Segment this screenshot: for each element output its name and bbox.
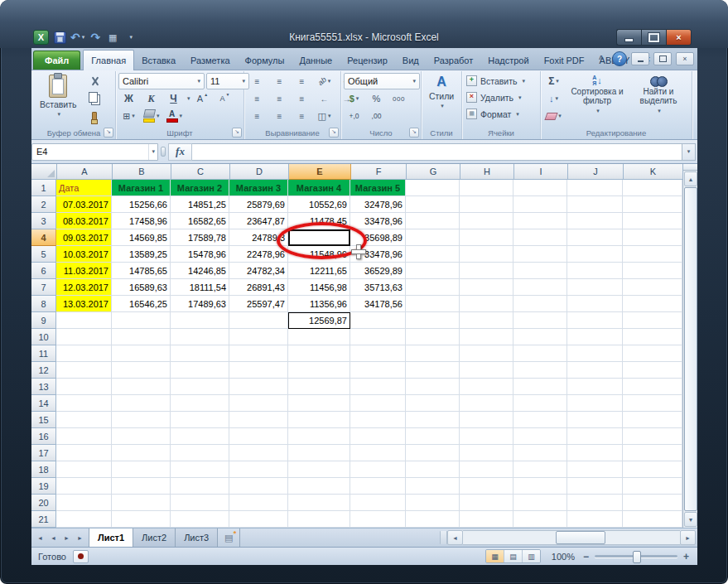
cell-A7[interactable]: 12.03.2017 [56,279,112,296]
cell-F2[interactable]: 32478,96 [350,196,406,213]
cell-F16[interactable] [350,428,406,445]
ribbon-tab-Главная[interactable]: Главная [83,50,134,70]
group-label-font[interactable]: Шрифт [116,128,243,139]
alignment-dialog-launcher[interactable]: ↘ [329,128,339,138]
cell-I12[interactable] [513,362,567,379]
cell-F10[interactable] [350,329,406,345]
cell-C13[interactable] [171,379,229,395]
cell-E1[interactable]: Магазин 4 [288,180,350,196]
justify-button-3[interactable]: ≡ [292,108,312,124]
cell-B18[interactable] [112,461,171,478]
view-page-break-button[interactable]: ▥ [523,550,540,562]
cell-G17[interactable] [406,445,460,461]
group-label-clipboard[interactable]: Буфер обмена [32,128,115,139]
row-header-10[interactable]: 10 [31,329,56,345]
save-button[interactable] [53,31,66,44]
cell-G5[interactable] [406,246,460,263]
cell-K11[interactable] [623,345,682,362]
cell-J4[interactable] [567,229,623,246]
cell-K15[interactable] [623,412,682,428]
zoom-track[interactable] [595,555,677,557]
cell-D5[interactable]: 22478,96 [229,246,288,263]
row-header-11[interactable]: 11 [31,345,56,362]
redo-button[interactable]: ↷ [89,31,102,44]
cell-E14[interactable] [288,395,350,412]
last-sheet-button[interactable]: ► [74,532,86,544]
cell-B13[interactable] [112,379,171,395]
row-header-2[interactable]: 2 [31,196,56,213]
cell-B9[interactable] [112,312,171,329]
formula-input[interactable] [192,143,682,161]
cell-A15[interactable] [56,412,112,428]
row-header-3[interactable]: 3 [31,213,56,229]
cell-D6[interactable]: 24782,34 [229,263,288,279]
cell-C6[interactable]: 14246,85 [171,263,229,279]
cell-B10[interactable] [112,329,171,345]
cell-K14[interactable] [623,395,682,412]
orientation-button[interactable]: ab [314,73,335,89]
cell-H8[interactable] [460,296,513,312]
row-header-12[interactable]: 12 [31,362,56,379]
cell-G1[interactable] [406,180,460,196]
cell-E16[interactable] [288,428,350,445]
decrease-indent-button[interactable]: ← [314,90,335,107]
decrease-decimal-button[interactable]: ,00 [366,108,387,124]
cell-C7[interactable]: 18111,54 [171,279,229,296]
cell-J19[interactable] [567,478,623,495]
cell-D12[interactable] [229,362,288,379]
cell-G11[interactable] [406,345,460,362]
row-header-20[interactable]: 20 [31,495,56,511]
cell-J10[interactable] [567,329,623,345]
zoom-level-label[interactable]: 100% [547,552,575,562]
cell-G14[interactable] [406,395,460,412]
cell-J8[interactable] [567,296,623,312]
autosum-button[interactable]: Σ [543,73,564,89]
cell-I3[interactable] [513,213,567,229]
restore-button[interactable] [641,29,666,46]
cell-I21[interactable] [513,511,567,528]
cell-F18[interactable] [350,461,406,478]
qat-customize-button[interactable] [123,31,137,44]
cell-J1[interactable] [567,180,623,196]
cell-B20[interactable] [112,495,171,511]
cell-G8[interactable] [406,296,460,312]
cell-H20[interactable] [460,495,513,511]
cell-J7[interactable] [567,279,623,296]
cell-C9[interactable] [171,312,229,329]
delete-cells-button[interactable]: Удалить [465,89,523,105]
vertical-scroll-thumb[interactable] [684,187,697,511]
cell-B19[interactable] [112,478,171,495]
cell-J15[interactable] [567,412,623,428]
cell-D1[interactable]: Магазин 3 [229,180,288,196]
find-select-button[interactable]: Найти и выделить [628,73,689,117]
cell-I17[interactable] [513,445,567,461]
align-middle-button[interactable]: ≡ [269,73,290,89]
cell-I18[interactable] [513,461,567,478]
cell-E12[interactable] [288,362,350,379]
cell-E19[interactable] [288,478,350,495]
cell-G20[interactable] [406,495,460,511]
ribbon-tab-Файл[interactable]: Файл [33,51,80,70]
cell-I11[interactable] [513,345,567,362]
cell-B12[interactable] [112,362,171,379]
cell-D15[interactable] [229,412,288,428]
cell-H6[interactable] [460,263,513,279]
column-header-H[interactable]: H [460,164,514,180]
cell-H11[interactable] [460,345,513,362]
row-header-4[interactable]: 4 [31,229,56,246]
font-size-select[interactable]: 11 [206,73,249,89]
row-header-21[interactable]: 21 [31,511,56,528]
percent-style-button[interactable]: % [366,90,387,107]
ribbon-tab-Рецензир[interactable]: Рецензир [340,51,395,70]
cell-B5[interactable]: 13589,25 [112,246,171,263]
name-box[interactable]: E4▾ [31,143,158,161]
sheet-tab-Лист3[interactable]: Лист3 [176,528,218,547]
cell-G13[interactable] [406,379,460,395]
cell-H16[interactable] [460,428,513,445]
cell-C5[interactable]: 15478,96 [171,246,229,263]
cell-A4[interactable]: 09.03.2017 [56,229,112,246]
cell-B21[interactable] [112,511,171,528]
zoom-in-button[interactable]: + [682,551,691,562]
group-label-cells[interactable]: Ячейки [462,128,540,139]
cell-D9[interactable] [229,312,288,329]
